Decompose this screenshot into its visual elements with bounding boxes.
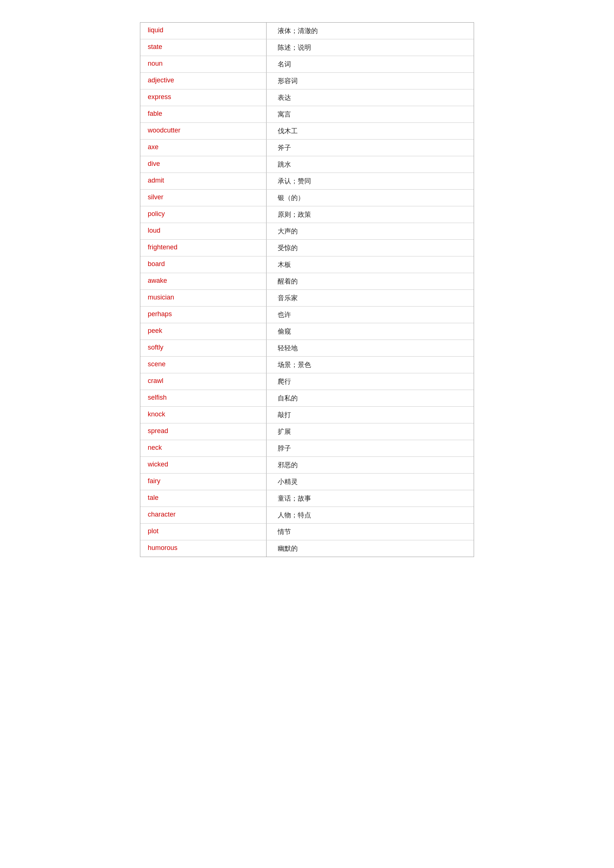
- chinese-translation: 脖子: [267, 440, 474, 456]
- table-row: frightened受惊的: [140, 240, 474, 256]
- chinese-translation: 也许: [267, 307, 474, 323]
- table-row: wicked邪恶的: [140, 457, 474, 474]
- table-row: crawl爬行: [140, 374, 474, 390]
- table-row: policy原则；政策: [140, 206, 474, 223]
- table-row: fairy小精灵: [140, 474, 474, 490]
- english-word: spread: [140, 423, 267, 440]
- chinese-translation: 场景；景色: [267, 356, 474, 373]
- english-word: scene: [140, 356, 267, 373]
- english-word: woodcutter: [140, 123, 267, 139]
- chinese-translation: 醒着的: [267, 273, 474, 290]
- chinese-translation: 跳水: [267, 156, 474, 172]
- english-word: liquid: [140, 23, 267, 39]
- table-row: silver银（的）: [140, 190, 474, 206]
- table-row: peek偷窥: [140, 323, 474, 340]
- english-word: adjective: [140, 73, 267, 89]
- table-row: perhaps也许: [140, 307, 474, 323]
- table-row: dive跳水: [140, 156, 474, 173]
- chinese-translation: 情节: [267, 524, 474, 540]
- english-word: plot: [140, 524, 267, 540]
- english-word: selfish: [140, 390, 267, 406]
- chinese-translation: 敲打: [267, 407, 474, 423]
- table-row: woodcutter伐木工: [140, 123, 474, 140]
- chinese-translation: 爬行: [267, 374, 474, 390]
- table-row: express表达: [140, 90, 474, 106]
- chinese-translation: 邪恶的: [267, 457, 474, 473]
- table-row: fable寓言: [140, 106, 474, 123]
- chinese-translation: 扩展: [267, 423, 474, 440]
- english-word: musician: [140, 290, 267, 306]
- chinese-translation: 轻轻地: [267, 340, 474, 356]
- table-row: knock敲打: [140, 407, 474, 423]
- english-word: state: [140, 39, 267, 56]
- english-word: fable: [140, 106, 267, 122]
- english-word: awake: [140, 273, 267, 290]
- english-word: knock: [140, 407, 267, 423]
- table-row: loud大声的: [140, 223, 474, 240]
- table-row: axe斧子: [140, 140, 474, 156]
- table-row: noun名词: [140, 56, 474, 73]
- english-word: humorous: [140, 540, 267, 556]
- english-word: dive: [140, 156, 267, 172]
- table-row: liquid液体；清澈的: [140, 23, 474, 39]
- table-row: humorous幽默的: [140, 540, 474, 556]
- table-row: plot情节: [140, 524, 474, 540]
- english-word: peek: [140, 323, 267, 339]
- chinese-translation: 陈述；说明: [267, 39, 474, 56]
- table-row: board木板: [140, 256, 474, 273]
- chinese-translation: 承认；赞同: [267, 173, 474, 189]
- english-word: silver: [140, 190, 267, 206]
- vocab-table: liquid液体；清澈的state陈述；说明noun名词adjective形容词…: [140, 22, 474, 557]
- chinese-translation: 受惊的: [267, 240, 474, 256]
- table-row: character人物；特点: [140, 507, 474, 524]
- table-row: state陈述；说明: [140, 39, 474, 56]
- english-word: wicked: [140, 457, 267, 473]
- chinese-translation: 名词: [267, 56, 474, 72]
- table-row: softly轻轻地: [140, 340, 474, 356]
- chinese-translation: 液体；清澈的: [267, 23, 474, 39]
- chinese-translation: 幽默的: [267, 540, 474, 556]
- table-row: admit承认；赞同: [140, 173, 474, 190]
- table-row: scene场景；景色: [140, 356, 474, 374]
- table-row: spread扩展: [140, 423, 474, 440]
- english-word: policy: [140, 206, 267, 223]
- chinese-translation: 音乐家: [267, 290, 474, 306]
- chinese-translation: 斧子: [267, 140, 474, 156]
- chinese-translation: 童话；故事: [267, 490, 474, 507]
- chinese-translation: 小精灵: [267, 474, 474, 490]
- english-word: loud: [140, 223, 267, 239]
- english-word: fairy: [140, 474, 267, 490]
- chinese-translation: 木板: [267, 256, 474, 273]
- english-word: character: [140, 507, 267, 523]
- english-word: softly: [140, 340, 267, 356]
- english-word: board: [140, 256, 267, 273]
- english-word: frightened: [140, 240, 267, 256]
- chinese-translation: 银（的）: [267, 190, 474, 206]
- chinese-translation: 表达: [267, 90, 474, 106]
- table-row: tale童话；故事: [140, 490, 474, 507]
- english-word: admit: [140, 173, 267, 189]
- table-row: musician音乐家: [140, 290, 474, 307]
- english-word: tale: [140, 490, 267, 507]
- english-word: neck: [140, 440, 267, 456]
- chinese-translation: 伐木工: [267, 123, 474, 139]
- table-row: adjective形容词: [140, 73, 474, 90]
- table-row: selfish自私的: [140, 390, 474, 407]
- table-row: neck脖子: [140, 440, 474, 457]
- chinese-translation: 偷窥: [267, 323, 474, 339]
- chinese-translation: 大声的: [267, 223, 474, 239]
- english-word: crawl: [140, 374, 267, 390]
- english-word: perhaps: [140, 307, 267, 323]
- chinese-translation: 寓言: [267, 106, 474, 122]
- english-word: noun: [140, 56, 267, 72]
- english-word: express: [140, 90, 267, 106]
- chinese-translation: 原则；政策: [267, 206, 474, 223]
- table-row: awake醒着的: [140, 273, 474, 290]
- chinese-translation: 形容词: [267, 73, 474, 89]
- chinese-translation: 人物；特点: [267, 507, 474, 523]
- chinese-translation: 自私的: [267, 390, 474, 406]
- english-word: axe: [140, 140, 267, 156]
